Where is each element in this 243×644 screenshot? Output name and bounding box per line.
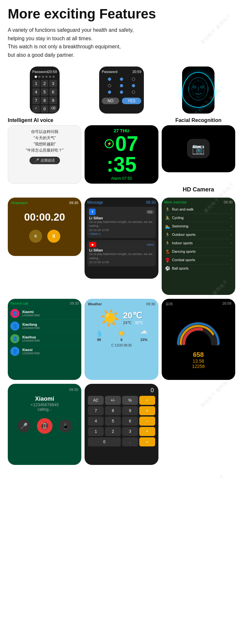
calc-btn-8[interactable]: 8 [105, 406, 121, 415]
exercise-title: More exercise [164, 200, 187, 204]
call-item-1[interactable]: 👤 Xiaofang 12345667890 [10, 320, 79, 333]
weather-icons-row: 💧 90 ☀️ 6 🌧️ 15% [88, 330, 155, 342]
facebook-icon: f [89, 209, 96, 215]
clock-screen: 27 THU ⚡ 07 :35 Alarm 07:50 [85, 125, 158, 184]
calc-btn-ac[interactable]: AC [88, 396, 104, 405]
exercise-item-7[interactable]: ⚽ Ball sports › [164, 264, 233, 273]
incoming-number: +12345678945 [30, 402, 59, 407]
pattern-dot-8[interactable] [120, 91, 123, 94]
clock-battery-icon: ⚡ [105, 139, 114, 148]
call-item-0[interactable]: 👤 Xiaomi 12345667890 [10, 307, 79, 320]
exercise-time: 09:30 [224, 200, 233, 204]
call-avatar-1: 👤 [10, 322, 19, 331]
weather-date: C 12/20 09:30 [111, 344, 132, 347]
pattern-dot-3[interactable] [132, 78, 135, 81]
pw-yes-button[interactable]: YES [122, 98, 141, 104]
calc-btn-div[interactable]: ÷ [139, 396, 155, 405]
call-item-3[interactable]: 👤 Xiaosi 12345667890 [10, 345, 79, 358]
pw-key-del[interactable]: ⌫ [49, 105, 57, 113]
weather-footer: C 12/20 09:30 [88, 344, 155, 347]
call-time: 09:30 [70, 301, 79, 305]
call-avatar-0: 👤 [10, 309, 19, 318]
calc-btn-0[interactable]: 0 [88, 437, 121, 446]
call-number-2: 12345667890 [22, 339, 79, 342]
pattern-dot-1[interactable] [108, 78, 111, 81]
pw-key-6[interactable]: 6 [49, 88, 57, 96]
mute-button[interactable]: 🎤 [17, 419, 30, 432]
calc-btn-pct[interactable]: % [122, 396, 138, 405]
pw-key-check[interactable]: ✓ [32, 105, 40, 113]
calc-btn-9[interactable]: 9 [122, 406, 138, 415]
msg-date-0: 22-12-26 12:30 [89, 228, 154, 232]
stat-calories: 12258 [192, 364, 205, 369]
stopwatch-list-button[interactable]: ≡ [29, 230, 42, 243]
calc-btn-6[interactable]: 6 [122, 417, 138, 426]
exercise-item-4[interactable]: 🏃 Indoor sports › [164, 239, 233, 248]
pattern-dot-5[interactable] [120, 84, 123, 87]
pattern-dot-2[interactable] [120, 78, 123, 81]
calc-btn-7[interactable]: 7 [88, 406, 104, 415]
exercise-arrow-1: › [231, 215, 232, 220]
subtitle-line-1: A variety of functions safeguard your he… [8, 27, 133, 33]
pattern-dot-9[interactable] [132, 91, 135, 94]
call-name-2: Xiaohua [22, 335, 79, 339]
youtube-icon: ▶ [89, 242, 96, 247]
pw-key-9[interactable]: 9 [49, 97, 57, 104]
message-item-1[interactable]: ▶ Inbox Li Silian Go to play badminton t… [87, 240, 156, 266]
calc-btn-5[interactable]: 5 [105, 417, 121, 426]
calc-btn-3[interactable]: 3 [122, 427, 138, 436]
calc-btn-sub[interactable]: − [139, 417, 155, 426]
weather-icon-0: 💧 90 [96, 330, 103, 342]
phone-button[interactable]: 📱 [59, 419, 72, 432]
weather-icon-2: 🌧️ 15% [140, 330, 147, 342]
incoming-call-block: 09:30 Xiaomi +12345678945 calling... 🎤 📵… [8, 384, 81, 465]
pw-key-4[interactable]: 4 [32, 88, 40, 96]
pw-key-3[interactable]: 3 [49, 80, 57, 87]
uv-val: 6 [121, 338, 122, 342]
exercise-item-3[interactable]: 🏃 Outdoor sports › [164, 231, 233, 239]
pw-key-8[interactable]: 8 [41, 97, 48, 104]
pw-no-button[interactable]: NO [102, 98, 119, 104]
calc-btn-add[interactable]: + [139, 427, 155, 436]
pattern-dot-6[interactable] [132, 84, 135, 87]
calc-btn-sign[interactable]: +/- [105, 396, 121, 405]
incoming-time: 09:30 [69, 388, 78, 392]
pw-key-5[interactable]: 5 [41, 88, 48, 96]
face-recognition-screen [182, 67, 214, 114]
exercise-item-6[interactable]: 🥊 Combat sports › [164, 256, 233, 264]
calc-btn-mul[interactable]: × [139, 406, 155, 415]
pw-key-2[interactable]: 2 [41, 80, 48, 87]
message-time: 09:30 [146, 200, 156, 205]
ai-prompt-3: "牛排怎么煎最好吃？" [11, 147, 78, 153]
calc-btn-eq[interactable]: = [139, 437, 155, 446]
pattern-dot-4[interactable] [108, 84, 111, 87]
call-item-2[interactable]: 👤 Xiaohua 12345667890 [10, 333, 79, 345]
sport-stats-screen: 运动 20:59 [162, 299, 235, 380]
call-number-0: 12345667890 [22, 314, 79, 317]
ai-voice-speak-button[interactable]: 🎤 点我说话 [29, 157, 60, 164]
ai-voice-block: 你可以这样问我 "今天的天气" "我想听越剧" "牛排怎么煎最好吃？" 🎤 点我… [8, 125, 81, 184]
calc-btn-2[interactable]: 2 [105, 427, 121, 436]
pw-key-0[interactable]: 0 [41, 105, 48, 113]
calc-btn-4[interactable]: 4 [88, 417, 104, 426]
calc-display: 0 [88, 387, 155, 394]
call-info-3: Xiaosi 12345667890 [22, 348, 79, 355]
message-header: Message 09:30 [87, 200, 156, 205]
message-item-0[interactable]: f QQ Li Silian Go to play badminton toni… [87, 207, 156, 238]
pattern-dot-7[interactable] [108, 91, 111, 94]
exercise-item-5[interactable]: 💃 Dancing sports › [164, 248, 233, 256]
calculator-screen: 0 AC +/- % ÷ 7 8 9 × 4 5 6 − 1 2 3 [85, 384, 158, 465]
calc-btn-dot[interactable]: . [122, 437, 138, 446]
exercise-item-1[interactable]: 🚴 Cycling › [164, 214, 233, 222]
pw-key-7[interactable]: 7 [32, 97, 40, 104]
exercise-item-0[interactable]: 🏃 Run and walk › [164, 205, 233, 214]
ai-prompt-1: "今天的天气" [11, 135, 78, 141]
stopwatch-pause-button[interactable]: ⏸ [47, 230, 60, 243]
exercise-item-2[interactable]: 🏊 Swimming › [164, 222, 233, 231]
cycling-icon: 🚴 [165, 215, 170, 220]
dancing-icon: 💃 [165, 249, 170, 254]
calc-btn-1[interactable]: 1 [88, 427, 104, 436]
exercise-label-4: Indoor sports [172, 241, 193, 245]
pw-key-1[interactable]: 1 [32, 80, 40, 87]
hangup-button[interactable]: 📵 [37, 418, 52, 434]
